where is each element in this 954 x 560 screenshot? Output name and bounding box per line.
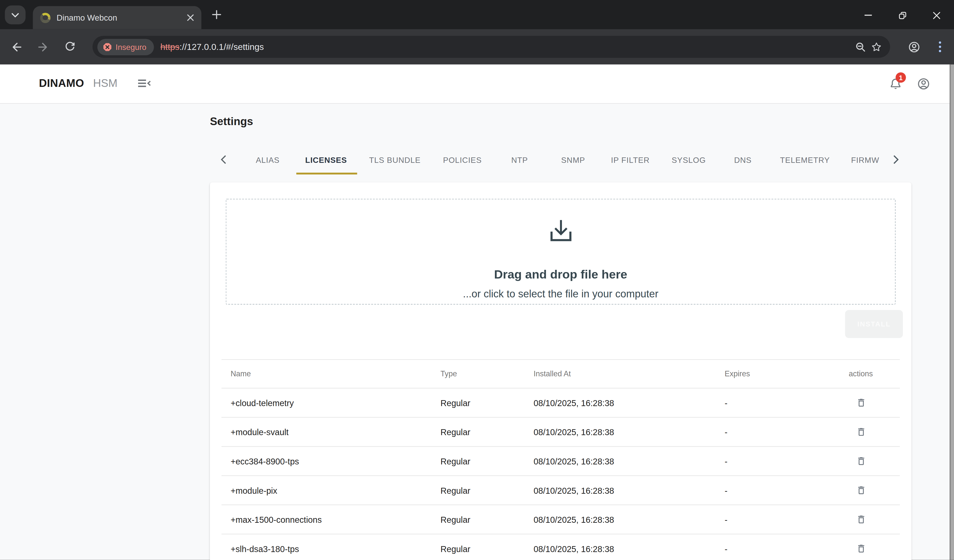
profile-icon [908,41,920,53]
file-dropzone[interactable]: Drag and drop file here ...or click to s… [226,199,896,305]
notification-badge: 1 [896,72,906,82]
tab-search-button[interactable] [5,5,26,24]
app-header: DINAMO HSM [0,65,950,104]
url-rest: ://127.0.0.1/#/settings [179,42,264,51]
license-name: +slh-dsa3-180-tps [221,544,441,554]
license-expires: - [725,485,848,495]
forward-button[interactable] [34,38,51,56]
settings-tabs: ALIAS LICENSES TLS BUNDLE POLICIES NTP S… [210,149,912,174]
delete-license-button[interactable] [856,427,867,437]
close-window-button[interactable] [928,10,944,20]
favicon [40,12,51,23]
col-type: Type [441,370,534,378]
table-row: +module-svault Regular 08/10/2025, 16:28… [221,417,900,447]
license-name: +module-pix [221,485,441,495]
tab-telemetry[interactable]: TELEMETRY [780,156,830,165]
browser-menu-button[interactable] [931,38,949,56]
table-row: +cloud-telemetry Regular 08/10/2025, 16:… [221,389,900,418]
col-actions: actions [847,370,900,378]
tab-ntp[interactable]: NTP [511,156,528,165]
col-expires: Expires [725,370,848,378]
back-icon [11,41,22,53]
tab-title: Dinamo Webcon [57,13,187,22]
license-installed-at: 08/10/2025, 16:28:38 [534,398,725,408]
table-header: Name Type Installed At Expires actions [221,360,900,389]
licenses-table: Name Type Installed At Expires actions +… [221,359,900,560]
trash-icon [856,427,867,437]
delete-license-button[interactable] [856,456,867,467]
screen: Dinamo Webcon [0,0,954,560]
license-installed-at: 08/10/2025, 16:28:38 [534,544,725,554]
bookmark-button[interactable] [871,42,882,52]
license-installed-at: 08/10/2025, 16:28:38 [534,456,725,466]
delete-license-button[interactable] [856,514,867,525]
account-circle-icon [918,78,930,90]
settings-page: Settings ALIAS LICENSES TLS BUNDLE POLIC… [0,103,950,560]
tab-tls-bundle[interactable]: TLS BUNDLE [369,156,421,165]
star-icon [871,42,882,52]
security-chip-label: Inseguro [115,42,147,51]
browser-tab[interactable]: Dinamo Webcon [33,6,201,29]
reload-icon [65,42,76,52]
tabs-scroll-left-button[interactable] [221,155,226,164]
security-chip[interactable]: Inseguro [97,39,154,55]
trash-icon [856,485,867,495]
install-button-disabled[interactable]: INSTALL [845,310,903,338]
delete-license-button[interactable] [856,543,867,554]
dropzone-title: Drag and drop file here [226,268,895,282]
trash-icon [856,514,867,525]
tab-ip-filter[interactable]: IP FILTER [611,156,650,165]
tab-policies[interactable]: POLICIES [443,156,482,165]
zoom-level-button[interactable] [855,42,866,52]
restore-icon [898,11,906,19]
delete-license-button[interactable] [856,485,867,495]
tab-firmware[interactable]: FIRMW [851,156,879,165]
upload-tray-icon [547,219,575,241]
license-type: Regular [441,515,534,524]
minimize-icon [864,11,873,19]
license-type: Regular [441,485,534,495]
browser-toolbar: Inseguro https://127.0.0.1/#/settings [0,29,954,65]
license-expires: - [725,456,848,466]
license-installed-at: 08/10/2025, 16:28:38 [534,427,725,437]
forward-icon [37,41,48,53]
table-row: +ecc384-8900-tps Regular 08/10/2025, 16:… [221,447,900,476]
tabs-scroll-right-button[interactable] [893,155,899,164]
tab-licenses[interactable]: LICENSES [306,156,347,165]
license-expires: - [725,544,848,554]
minimize-button[interactable] [860,10,876,20]
chevron-down-icon [12,12,19,17]
back-button[interactable] [7,38,25,56]
account-button[interactable] [918,78,930,90]
page-scrollbar[interactable] [950,65,954,560]
tab-dns[interactable]: DNS [734,156,752,165]
license-name: +ecc384-8900-tps [221,456,441,466]
browser-profile-button[interactable] [905,38,923,56]
chevron-left-icon [221,155,226,164]
license-type: Regular [441,427,534,437]
reload-button[interactable] [61,38,79,56]
license-type: Regular [441,398,534,408]
licenses-card: Drag and drop file here ...or click to s… [210,182,912,560]
table-row: +module-pix Regular 08/10/2025, 16:28:38… [221,476,900,506]
tab-alias[interactable]: ALIAS [256,156,280,165]
address-bar[interactable]: Inseguro https://127.0.0.1/#/settings [92,36,890,58]
close-icon [187,14,194,21]
tab-syslog[interactable]: SYSLOG [672,156,706,165]
menu-open-icon [137,79,151,87]
trash-icon [856,456,867,467]
license-type: Regular [441,544,534,554]
restore-button[interactable] [894,10,910,20]
license-expires: - [725,515,848,524]
license-type: Regular [441,456,534,466]
trash-icon [856,543,867,554]
new-tab-button[interactable] [212,10,221,19]
sidebar-toggle-button[interactable] [137,79,151,87]
tab-snmp[interactable]: SNMP [561,156,585,165]
tab-close-button[interactable] [187,14,194,21]
license-name: +max-1500-connections [221,515,441,524]
browser-tabstrip: Dinamo Webcon [0,0,954,29]
delete-license-button[interactable] [856,398,867,408]
active-tab-indicator [296,173,357,174]
license-expires: - [725,427,848,437]
